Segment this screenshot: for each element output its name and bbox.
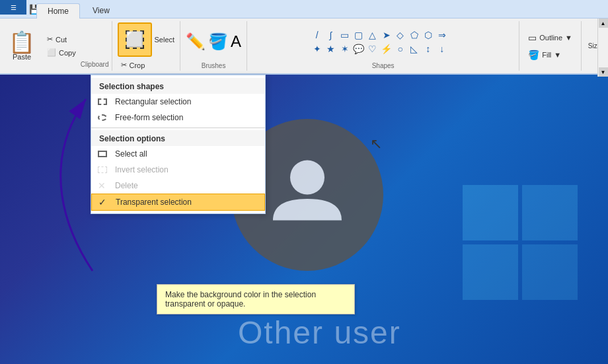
options-section-header: Selection options bbox=[91, 130, 265, 146]
shape-triangle[interactable]: △ bbox=[366, 28, 379, 42]
invert-selection-item[interactable]: Invert selection bbox=[91, 162, 265, 178]
fill-dropdown-icon: ▼ bbox=[554, 51, 561, 59]
svg-rect-0 bbox=[463, 185, 518, 240]
ribbon-scrollbar[interactable]: ▲ ▼ bbox=[597, 18, 608, 77]
copy-icon: ⬜ bbox=[47, 48, 56, 57]
shape-lightning[interactable]: ⚡ bbox=[380, 42, 393, 55]
shape-arrow[interactable]: ➤ bbox=[380, 28, 393, 42]
fill-icon[interactable]: 🪣 bbox=[208, 32, 228, 51]
shape-ellipse[interactable]: ○ bbox=[394, 42, 407, 55]
check-icon: ✓ bbox=[98, 197, 106, 207]
select-all-icon bbox=[98, 151, 107, 157]
app-menu-button[interactable]: ☰ bbox=[0, 0, 26, 15]
invert-icon bbox=[98, 166, 107, 173]
paste-icon: 📋 bbox=[9, 32, 35, 53]
outline-icon: ▭ bbox=[528, 32, 537, 43]
delete-item[interactable]: ✕ Delete bbox=[91, 178, 265, 194]
shapes-section-header: Selection shapes bbox=[91, 78, 265, 94]
text-icon[interactable]: A bbox=[231, 32, 241, 51]
paste-button[interactable]: 📋 Paste bbox=[3, 24, 41, 68]
shape-star6[interactable]: ✶ bbox=[338, 42, 352, 55]
copy-button[interactable]: ⬜ Copy bbox=[42, 46, 81, 59]
shapes-section: / ∫ ▭ ▢ △ ➤ ◇ ⬠ ⬡ ⇒ ✦ ★ ✶ 💬 ♡ ⚡ ○ ◺ ↕ ↓ bbox=[247, 21, 519, 71]
tooltip-box: Make the background color in the selecti… bbox=[157, 284, 355, 314]
tab-view[interactable]: View bbox=[81, 3, 121, 18]
shape-scroll[interactable]: ↕ bbox=[422, 42, 435, 55]
outline-fill-section: ▭ Outline ▼ 🪣 Fill ▼ bbox=[519, 21, 582, 71]
fill-btn-icon: 🪣 bbox=[528, 50, 539, 60]
scroll-up-arrow[interactable]: ▲ bbox=[599, 18, 608, 28]
shapes-label: Shapes bbox=[372, 61, 395, 69]
tab-bar: ☰ 💾 ↩ Home View bbox=[0, 0, 608, 18]
select-label: Select bbox=[155, 36, 175, 44]
shape-callout[interactable]: 💬 bbox=[352, 42, 365, 55]
transparent-selection-item[interactable]: ✓ Transparent selection bbox=[91, 194, 265, 211]
crop-button[interactable]: ✂ Crop bbox=[118, 59, 175, 71]
svg-rect-2 bbox=[463, 244, 518, 300]
ribbon: 📋 Paste ✂ Cut ⬜ Copy Clipboard bbox=[0, 18, 608, 75]
cut-button[interactable]: ✂ Cut bbox=[42, 33, 81, 46]
brushes-icons: ✏️ 🪣 A bbox=[186, 22, 241, 61]
svg-rect-1 bbox=[522, 185, 578, 240]
shape-heart[interactable]: ♡ bbox=[366, 42, 379, 55]
tab-home[interactable]: Home bbox=[36, 3, 80, 18]
clipboard-label: Clipboard bbox=[81, 59, 109, 68]
rectangular-icon bbox=[98, 98, 107, 105]
clipboard-small-buttons: ✂ Cut ⬜ Copy bbox=[42, 24, 81, 68]
shape-down-arrow[interactable]: ↓ bbox=[436, 42, 449, 55]
shape-star5[interactable]: ★ bbox=[324, 42, 338, 55]
outline-dropdown-icon: ▼ bbox=[565, 34, 572, 42]
shape-hexagon[interactable]: ⬡ bbox=[422, 28, 435, 42]
rectangular-selection-item[interactable]: Rectangular selection bbox=[91, 94, 265, 110]
menu-divider-1 bbox=[91, 127, 265, 128]
clipboard-section: 📋 Paste ✂ Cut ⬜ Copy Clipboard bbox=[0, 21, 112, 71]
fill-button[interactable]: 🪣 Fill ▼ bbox=[525, 48, 576, 62]
scroll-down-arrow[interactable]: ▼ bbox=[599, 67, 608, 77]
other-user-text: Other user bbox=[238, 314, 401, 351]
shape-right-tri[interactable]: ◺ bbox=[408, 42, 421, 55]
shape-line[interactable]: / bbox=[311, 28, 324, 42]
shape-rdarrow[interactable]: ⇒ bbox=[436, 28, 449, 42]
brushes-section: ✏️ 🪣 A Brushes bbox=[180, 21, 247, 71]
select-icon: ⬜ bbox=[126, 30, 144, 49]
image-section: ⬜ Select ✂ Crop ⤡ Resize ↻ Rotate Image bbox=[112, 21, 181, 71]
ribbon-container: ☰ 💾 ↩ Home View 📋 Paste ✂ Cut bbox=[0, 0, 608, 75]
delete-icon: ✕ bbox=[98, 180, 106, 191]
freeform-selection-item[interactable]: Free-form selection bbox=[91, 110, 265, 126]
shape-diamond[interactable]: ◇ bbox=[394, 28, 407, 42]
outline-button[interactable]: ▭ Outline ▼ bbox=[525, 30, 576, 45]
shape-star4[interactable]: ✦ bbox=[311, 42, 324, 55]
windows-logo-decoration bbox=[463, 185, 582, 306]
avatar-icon bbox=[264, 147, 350, 243]
shape-rect[interactable]: ▭ bbox=[338, 28, 352, 42]
select-all-item[interactable]: Select all bbox=[91, 146, 265, 162]
freeform-icon bbox=[98, 114, 107, 121]
select-button[interactable]: ⬜ bbox=[118, 22, 152, 57]
cut-icon: ✂ bbox=[47, 35, 53, 44]
shape-curve[interactable]: ∫ bbox=[324, 28, 338, 42]
pencil-icon[interactable]: ✏️ bbox=[186, 32, 206, 51]
brushes-label: Brushes bbox=[202, 61, 226, 69]
selection-dropdown: Selection shapes Rectangular selection F… bbox=[91, 75, 266, 214]
shape-pentagon[interactable]: ⬠ bbox=[408, 28, 421, 42]
shapes-grid: / ∫ ▭ ▢ △ ➤ ◇ ⬠ ⬡ ⇒ ✦ ★ ✶ 💬 ♡ ⚡ ○ ◺ ↕ ↓ bbox=[311, 22, 456, 61]
shape-roundrect[interactable]: ▢ bbox=[352, 28, 365, 42]
crop-icon: ✂ bbox=[121, 61, 127, 69]
paste-label: Paste bbox=[13, 53, 31, 61]
svg-point-4 bbox=[290, 160, 324, 194]
svg-rect-3 bbox=[522, 244, 578, 300]
